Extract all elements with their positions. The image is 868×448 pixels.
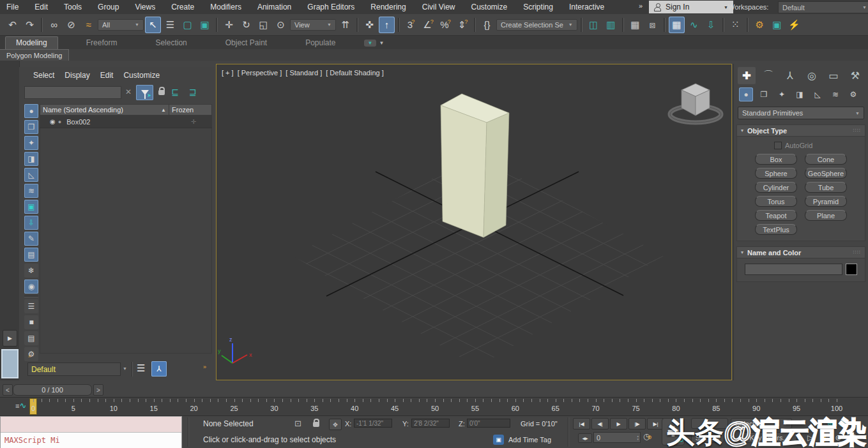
- key-filters-button[interactable]: Key Filters...: [741, 432, 797, 443]
- spinner-snap-icon[interactable]: ⇕? ▼: [455, 17, 471, 33]
- tab-hierarchy[interactable]: ⅄: [781, 67, 799, 84]
- tab-modify[interactable]: ⌒: [759, 67, 777, 84]
- tab-utilities[interactable]: ⚒: [846, 67, 864, 84]
- menu-item[interactable]: Group: [98, 3, 119, 11]
- menu-item[interactable]: Edit: [34, 3, 48, 11]
- selection-set-dropdown[interactable]: Create Selection Se▼: [496, 17, 577, 33]
- x-coordinate-field[interactable]: [354, 419, 392, 428]
- menu-item[interactable]: Interactive: [569, 3, 604, 11]
- display-lights-icon[interactable]: ✦: [24, 136, 38, 150]
- cat-geometry[interactable]: ●: [739, 87, 753, 101]
- object-type-button[interactable]: TextPlus: [755, 224, 797, 235]
- box-object[interactable]: [441, 94, 509, 237]
- object-type-button[interactable]: Cone: [805, 154, 847, 165]
- rollout-header[interactable]: ▾ Name and Color ∷∷: [736, 246, 865, 258]
- eye-icon[interactable]: ◉: [50, 118, 56, 125]
- object-type-button[interactable]: Cylinder: [755, 182, 797, 193]
- viewport-label-item[interactable]: [ Perspective ]: [238, 69, 282, 77]
- shortcut-override-icon[interactable]: ↑ ▼: [379, 17, 395, 33]
- object-name[interactable]: Box002: [66, 118, 175, 126]
- object-type-button[interactable]: Torus: [755, 196, 797, 207]
- menu-item[interactable]: Animation: [257, 3, 291, 11]
- select-object-icon[interactable]: ↖ ▼: [145, 17, 161, 33]
- object-type-button[interactable]: Box: [755, 154, 797, 165]
- display-containers-icon[interactable]: ▤: [24, 248, 38, 262]
- bind-spacewarp-icon[interactable]: ≈ ▼: [80, 17, 96, 33]
- isolate-selection-icon[interactable]: ⊡: [294, 419, 301, 428]
- render-setup-icon[interactable]: ⚙ ▼: [752, 17, 768, 33]
- display-xrefs-icon[interactable]: ⇩: [24, 216, 38, 230]
- key-mode-toggle[interactable]: ◀▶: [578, 433, 592, 443]
- layer-explorer-icon[interactable]: ⧈ ▼: [644, 17, 660, 33]
- select-manipulate-icon[interactable]: ✜ ▼: [362, 17, 377, 33]
- menu-item[interactable]: Modifiers: [210, 3, 241, 11]
- explorer-expand-button[interactable]: ▶: [3, 330, 17, 347]
- select-link-icon[interactable]: ∞ ▼: [46, 17, 62, 33]
- next-frame-button[interactable]: |▶: [628, 418, 646, 429]
- object-type-button[interactable]: Sphere: [755, 168, 797, 179]
- select-rotate-icon[interactable]: ↻ ▼: [238, 17, 254, 33]
- cat-spacewarps[interactable]: ≋: [828, 87, 842, 101]
- column-header-frozen[interactable]: Frozen: [169, 105, 211, 115]
- orbit-button[interactable]: ⊛: [833, 432, 844, 443]
- frozen-cell-icon[interactable]: ✛: [175, 118, 212, 125]
- menu-item[interactable]: Rendering: [370, 3, 406, 11]
- collapse-tree-icon[interactable]: ⊒: [189, 87, 197, 97]
- menu-item[interactable]: Views: [135, 3, 155, 11]
- subcategory-dropdown[interactable]: Standard Primitives ▼: [738, 107, 864, 119]
- explorer-menu-item[interactable]: Customize: [123, 71, 160, 80]
- display-bones-icon[interactable]: ✎: [24, 232, 38, 246]
- z-coordinate-field[interactable]: [467, 419, 510, 428]
- more-chevrons-icon[interactable]: »: [203, 364, 206, 370]
- autogrid-checkbox[interactable]: [774, 142, 782, 149]
- layer-hierarchy-icon[interactable]: ⅄: [151, 361, 167, 377]
- ribbon-config-button[interactable]: ▼▼: [364, 40, 385, 47]
- current-frame-field[interactable]: ▴▾: [593, 432, 641, 443]
- tab-object-paint[interactable]: Object Paint: [215, 37, 277, 49]
- set-keys-button[interactable]: ✚ ⚲: [662, 418, 685, 445]
- more-chevrons-icon[interactable]: »: [28, 353, 31, 359]
- select-scale-icon[interactable]: ◱ ▼: [255, 17, 271, 33]
- window-crossing-icon[interactable]: ▣ ▼: [197, 17, 213, 33]
- zoom-region-button[interactable]: ▷: [805, 432, 816, 443]
- redo-icon[interactable]: ↷ ▼: [22, 17, 38, 33]
- active-layer-dropdown[interactable]: Default: [27, 362, 121, 376]
- time-ruler[interactable]: ≡∿ 0510152025303540455055606570758085909…: [0, 397, 868, 416]
- list-view-icon[interactable]: ☰: [24, 299, 38, 313]
- object-type-button[interactable]: Plane: [805, 210, 847, 221]
- selection-lock-icon[interactable]: [313, 422, 319, 427]
- menu-item[interactable]: Customize: [471, 3, 508, 11]
- prev-frame-button[interactable]: ◀|: [591, 418, 609, 429]
- rect-selection-icon[interactable]: ▢ ▼: [179, 17, 195, 33]
- schematic-view-icon[interactable]: ∿ ▼: [686, 17, 702, 33]
- unlink-icon[interactable]: ⊘ ▼: [63, 17, 79, 33]
- layers-stack-icon[interactable]: ☰: [137, 362, 145, 374]
- render-flyout-icon[interactable]: ⁙ ▼: [727, 17, 743, 33]
- tab-freeform[interactable]: Freeform: [76, 37, 128, 49]
- time-back-button[interactable]: <: [3, 384, 13, 396]
- curve-editor-icon[interactable]: ▦ ▼: [669, 17, 685, 33]
- percent-snap-icon[interactable]: %? ▼: [438, 17, 453, 33]
- select-move-icon[interactable]: ✛ ▼: [221, 17, 237, 33]
- time-configuration-button[interactable]: ◷⚙: [643, 432, 652, 441]
- y-coordinate-field[interactable]: [411, 419, 450, 428]
- notes-icon[interactable]: ▤: [24, 331, 38, 345]
- clear-search-icon[interactable]: ✕: [125, 87, 132, 96]
- auto-key-button[interactable]: [691, 418, 728, 429]
- viewport-label-item[interactable]: [ Default Shading ]: [326, 69, 384, 77]
- scene-explorer-icon[interactable]: ▦ ▼: [627, 17, 643, 33]
- lock-explorer-icon[interactable]: [158, 90, 165, 95]
- object-type-button[interactable]: GeoSphere: [805, 168, 847, 179]
- selection-filter-dropdown[interactable]: All▼: [98, 17, 144, 33]
- mirror-icon[interactable]: ◫ ▼: [586, 17, 602, 33]
- listener-text[interactable]: MAXScript Mi: [1, 433, 181, 448]
- object-type-button[interactable]: Tube: [805, 182, 847, 193]
- pan-button[interactable]: ✋: [819, 432, 830, 443]
- select-place-icon[interactable]: ⊙ ▼: [273, 17, 289, 33]
- menu-item[interactable]: Graph Editors: [307, 3, 354, 11]
- snaps-toggle-icon[interactable]: 3? ▼: [403, 17, 419, 33]
- tab-modeling[interactable]: Modeling: [5, 36, 58, 49]
- polygon-modeling-panel-tab[interactable]: Polygon Modeling: [0, 49, 69, 61]
- explorer-search-input[interactable]: [24, 86, 121, 99]
- display-cameras-icon[interactable]: ◨: [24, 152, 38, 166]
